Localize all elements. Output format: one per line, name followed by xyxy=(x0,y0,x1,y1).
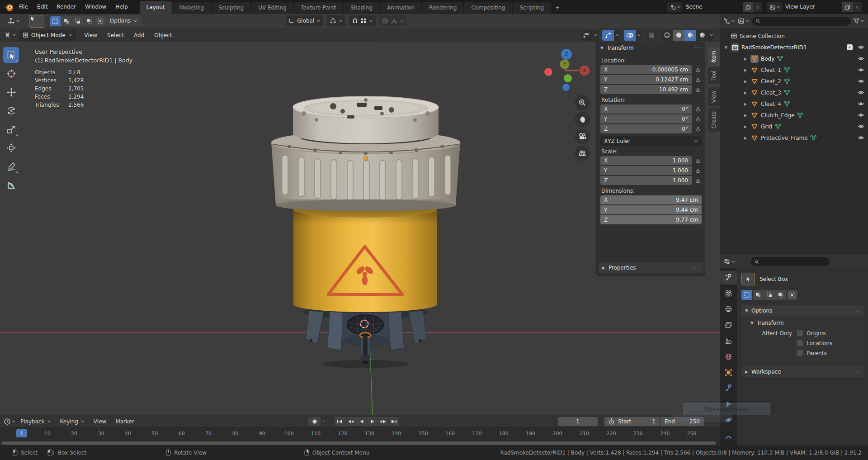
eye-icon[interactable] xyxy=(858,89,864,96)
tab-layout[interactable]: Layout xyxy=(140,1,172,14)
location-z-field[interactable]: Z10.492 cm xyxy=(600,85,692,94)
select-mode-subtract[interactable] xyxy=(72,16,83,26)
select-mode-invert[interactable] xyxy=(84,16,94,26)
outliner-object-row[interactable]: ▶ Body xyxy=(737,53,868,64)
outliner-object-row[interactable]: ▶ Grid xyxy=(737,121,868,132)
snap-group[interactable] xyxy=(349,15,376,26)
tool-select-box[interactable] xyxy=(3,47,19,63)
gizmo-dropdown[interactable] xyxy=(614,33,620,37)
play-reverse-button[interactable] xyxy=(356,417,367,426)
dimension-z-field[interactable]: Z9.77 cm xyxy=(600,215,702,224)
sidebar-tab-create[interactable]: Create xyxy=(708,108,720,132)
select-mode-new[interactable] xyxy=(741,290,752,300)
transform-subpanel-header[interactable]: ▼ Transform xyxy=(745,319,861,330)
play-button[interactable] xyxy=(367,417,377,426)
eye-icon[interactable] xyxy=(858,123,864,130)
shading-dropdown[interactable] xyxy=(708,33,714,37)
expand-arrow-icon[interactable]: ▶ xyxy=(743,57,748,61)
lock-icon[interactable] xyxy=(694,168,702,173)
tab-scene[interactable] xyxy=(720,334,737,348)
shading-wireframe-button[interactable] xyxy=(661,30,673,41)
camera-view-button[interactable] xyxy=(575,129,590,144)
sidebar-tab-tool[interactable]: Tool xyxy=(708,67,720,84)
menu-view[interactable]: View xyxy=(89,418,111,425)
tab-scripting[interactable]: Scripting xyxy=(513,2,551,14)
frame-start-field[interactable]: Start 1 xyxy=(604,417,660,426)
outliner-filter-type-dropdown[interactable] xyxy=(738,18,750,24)
tab-uv-editing[interactable]: UV Editing xyxy=(251,2,293,14)
tool-measure[interactable] xyxy=(3,177,19,193)
ortho-toggle-button[interactable] xyxy=(575,146,590,161)
tool-cursor[interactable] xyxy=(3,66,19,81)
lock-icon[interactable] xyxy=(694,67,702,72)
eye-icon[interactable] xyxy=(858,44,864,51)
shading-material-button[interactable] xyxy=(684,30,696,41)
gizmo-y-neg-ball[interactable] xyxy=(564,74,572,82)
scale-x-field[interactable]: X1.000 xyxy=(600,156,692,165)
scene-collection-row[interactable]: Scene Collection xyxy=(723,30,868,42)
pan-button[interactable] xyxy=(575,112,590,127)
outliner-search-input[interactable] xyxy=(752,17,851,26)
add-workspace-button[interactable]: + xyxy=(552,2,563,14)
properties-editor-dropdown[interactable] xyxy=(723,258,736,265)
show-gizmo-toggle[interactable] xyxy=(602,30,614,41)
tab-modifiers[interactable] xyxy=(720,381,737,395)
jump-to-start-button[interactable] xyxy=(335,417,345,426)
rotation-z-field[interactable]: Z0° xyxy=(600,124,692,133)
orientation-dropdown[interactable]: Global xyxy=(286,15,323,26)
tab-rendering[interactable]: Rendering xyxy=(422,2,463,14)
new-scene-button[interactable] xyxy=(743,2,753,12)
outliner-object-row[interactable]: ▶ Cleat_1 xyxy=(737,64,868,76)
outliner-object-row[interactable]: ▶ Clutch_Edge xyxy=(737,109,868,121)
view-layer-name-field[interactable]: View Layer xyxy=(782,2,842,12)
next-keyframe-button[interactable] xyxy=(378,417,388,426)
active-tool-button[interactable] xyxy=(29,15,44,28)
xray-toggle[interactable] xyxy=(646,30,657,41)
outliner-object-row[interactable]: ▶ Protective_Frame xyxy=(737,132,868,143)
panel-grip[interactable]: ∷∷ xyxy=(854,308,861,313)
current-frame-field[interactable]: 1 xyxy=(558,417,598,426)
location-y-field[interactable]: Y0.12427 cm xyxy=(600,75,692,84)
panel-grip[interactable]: ∷∷ xyxy=(693,266,700,270)
tab-shading[interactable]: Shading xyxy=(344,2,379,14)
outliner-object-row[interactable]: ▶ Cleat_2 xyxy=(737,76,868,87)
collection-checkbox[interactable]: ✓ xyxy=(847,44,853,50)
workspace-panel-header[interactable]: ▶ Workspace ∷∷ xyxy=(741,366,864,377)
select-mode-extend[interactable] xyxy=(753,290,764,300)
tab-view-layer[interactable] xyxy=(720,318,737,332)
menu-edit[interactable]: Edit xyxy=(33,0,52,14)
timeline-editor-dropdown[interactable] xyxy=(4,418,16,425)
tab-modeling[interactable]: Modeling xyxy=(173,2,211,14)
expand-arrow-icon[interactable]: ▶ xyxy=(743,79,748,84)
rotation-x-field[interactable]: X0° xyxy=(600,104,692,114)
rotation-mode-dropdown[interactable]: XYZ Euler xyxy=(600,136,702,146)
tab-compositing[interactable]: Compositing xyxy=(464,2,512,14)
scale-y-field[interactable]: Y1.000 xyxy=(600,166,692,175)
blender-logo-icon[interactable] xyxy=(4,2,14,12)
timeline-ruler[interactable]: 1020304050607080901001101201301401501601… xyxy=(0,427,720,441)
eye-icon[interactable] xyxy=(858,100,864,107)
3d-viewport[interactable]: Y Z X xyxy=(0,42,720,415)
tool-annotate[interactable] xyxy=(3,158,19,174)
outliner-object-row[interactable]: ▶ Cleat_4 xyxy=(737,98,868,109)
scale-z-field[interactable]: Z1.000 xyxy=(600,176,692,185)
options-panel-header[interactable]: ▼ Options ∷∷ xyxy=(741,305,864,316)
expand-arrow-icon[interactable]: ▶ xyxy=(743,90,748,95)
select-mode-extend[interactable] xyxy=(61,16,72,26)
expand-arrow-icon[interactable]: ▶ xyxy=(743,113,748,118)
sidebar-tab-view[interactable]: View xyxy=(708,87,720,106)
eye-icon[interactable] xyxy=(858,134,864,141)
zoom-button[interactable] xyxy=(575,95,590,110)
tool-move[interactable] xyxy=(3,84,19,100)
tool-transform[interactable] xyxy=(3,140,19,156)
lock-icon[interactable] xyxy=(694,116,702,122)
scene-name-field[interactable]: Scene xyxy=(682,2,743,12)
select-mode-invert[interactable] xyxy=(775,290,786,300)
sidebar-tab-item[interactable]: Item xyxy=(708,47,720,66)
menu-select[interactable]: Select xyxy=(102,32,129,38)
outliner-object-row[interactable]: ▶ Cleat_3 xyxy=(737,87,868,98)
keying-set-dropdown[interactable] xyxy=(321,417,327,426)
tab-object-data[interactable] xyxy=(720,430,737,443)
select-mode-subtract[interactable] xyxy=(764,290,775,300)
tool-options-dropdown[interactable]: Options xyxy=(105,15,142,26)
